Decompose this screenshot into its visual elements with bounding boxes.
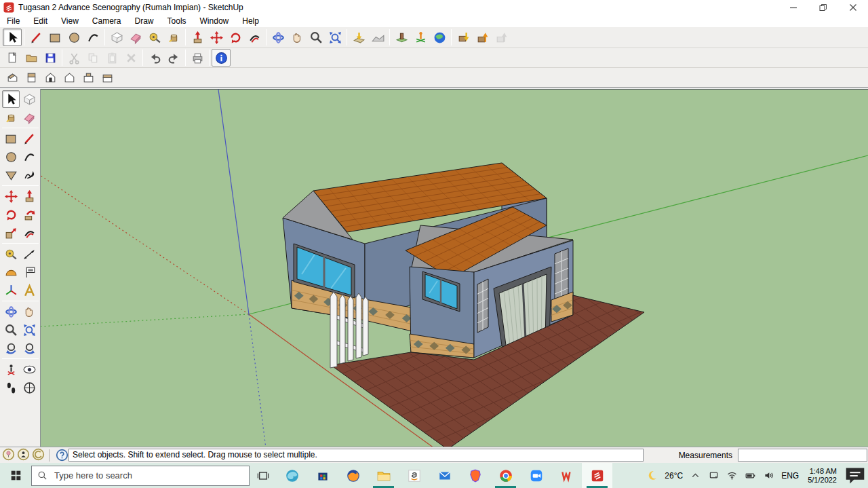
place-model-button[interactable] bbox=[411, 29, 430, 46]
menu-camera[interactable]: Camera bbox=[85, 16, 128, 26]
taskbar-app-amazon[interactable] bbox=[399, 463, 429, 488]
claim-status-icon[interactable] bbox=[32, 453, 45, 463]
arc-tool-button[interactable] bbox=[20, 148, 38, 166]
search-input[interactable] bbox=[53, 470, 243, 481]
tape-measure-button[interactable] bbox=[145, 29, 164, 46]
menu-file[interactable]: File bbox=[0, 16, 26, 26]
orbit-button[interactable] bbox=[269, 29, 288, 46]
taskbar-app-mail[interactable] bbox=[429, 463, 460, 488]
eraser-button[interactable] bbox=[126, 29, 145, 46]
zoom-extents-tool-button[interactable] bbox=[20, 321, 38, 339]
freehand-tool-button[interactable] bbox=[20, 166, 38, 184]
view-left-button[interactable] bbox=[98, 69, 117, 87]
view-front-button[interactable] bbox=[41, 69, 60, 87]
menu-window[interactable]: Window bbox=[193, 16, 236, 26]
view-iso-button[interactable] bbox=[3, 69, 22, 87]
rotate-button[interactable] bbox=[226, 29, 245, 46]
menu-draw[interactable]: Draw bbox=[128, 16, 161, 26]
zoom-tool-button[interactable] bbox=[2, 321, 20, 339]
model-info-button[interactable] bbox=[212, 49, 231, 67]
offset-button[interactable] bbox=[245, 29, 264, 46]
new-button[interactable] bbox=[3, 49, 22, 67]
circle-button[interactable] bbox=[64, 29, 83, 46]
menu-edit[interactable]: Edit bbox=[26, 16, 54, 26]
scale-tool-button[interactable] bbox=[2, 224, 20, 242]
text-tool-button[interactable] bbox=[20, 263, 38, 281]
line-button[interactable] bbox=[26, 29, 45, 46]
eraser-tool-button[interactable] bbox=[20, 109, 38, 126]
taskbar-app-microsoft-store[interactable] bbox=[307, 463, 338, 488]
zoom-next-tool-button[interactable] bbox=[20, 339, 38, 357]
3d-text-tool-button[interactable] bbox=[20, 282, 38, 299]
make-component-button[interactable] bbox=[107, 29, 126, 46]
task-view-button[interactable] bbox=[250, 463, 277, 488]
tape-measure-tool-button[interactable] bbox=[2, 245, 20, 263]
zoom-button[interactable] bbox=[307, 29, 326, 46]
measurements-input[interactable] bbox=[738, 449, 867, 462]
weather-moon-icon[interactable] bbox=[643, 463, 661, 488]
walk-tool-button[interactable] bbox=[2, 379, 20, 396]
view-top-button[interactable] bbox=[22, 69, 41, 87]
geolocation-status-icon[interactable] bbox=[2, 453, 15, 463]
menu-view[interactable]: View bbox=[54, 16, 85, 26]
print-button[interactable] bbox=[188, 49, 207, 67]
google-earth-button[interactable] bbox=[430, 29, 449, 46]
zoom-extents-button[interactable] bbox=[326, 29, 344, 46]
taskbar-app-edge[interactable] bbox=[277, 463, 307, 488]
add-location-button[interactable] bbox=[349, 29, 368, 46]
make-component-tool-button[interactable] bbox=[20, 90, 38, 108]
clock[interactable]: 1:48 AM 5/1/2022 bbox=[802, 467, 842, 485]
glass-block-pillar-left[interactable] bbox=[477, 279, 488, 333]
rectangle-button[interactable] bbox=[45, 29, 64, 46]
help-icon[interactable] bbox=[56, 449, 68, 462]
position-camera-tool-button[interactable] bbox=[2, 360, 20, 378]
toggle-terrain-button[interactable] bbox=[368, 29, 387, 46]
wifi-icon[interactable] bbox=[723, 463, 741, 488]
close-button[interactable] bbox=[838, 0, 868, 15]
tablet-icon[interactable] bbox=[705, 463, 723, 488]
notification-center-button[interactable] bbox=[842, 463, 868, 488]
rectangle-tool-button[interactable] bbox=[2, 130, 20, 147]
select-tool-button[interactable] bbox=[2, 90, 20, 108]
taskbar-app-file-explorer[interactable] bbox=[368, 463, 399, 488]
follow-me-tool-button[interactable] bbox=[20, 206, 38, 223]
menu-tools[interactable]: Tools bbox=[161, 16, 193, 26]
dimension-tool-button[interactable] bbox=[20, 245, 38, 263]
get-models-button[interactable] bbox=[454, 29, 473, 46]
minimize-button[interactable] bbox=[778, 0, 808, 15]
rotate-tool-button[interactable] bbox=[2, 206, 20, 223]
taskbar-app-sketchup-app[interactable] bbox=[582, 463, 612, 488]
menu-help[interactable]: Help bbox=[235, 16, 266, 26]
start-button[interactable] bbox=[0, 463, 31, 488]
orbit-tool-button[interactable] bbox=[2, 303, 20, 320]
model-viewport[interactable] bbox=[41, 89, 868, 447]
picket-fence[interactable] bbox=[330, 292, 368, 368]
push-pull-tool-button[interactable] bbox=[20, 187, 38, 205]
photo-textures-button[interactable] bbox=[392, 29, 411, 46]
weather-temperature[interactable]: 26°C bbox=[661, 471, 686, 481]
look-around-tool-button[interactable] bbox=[20, 360, 38, 378]
section-plane-tool-button[interactable] bbox=[20, 379, 38, 396]
move-tool-button[interactable] bbox=[2, 187, 20, 205]
undo-button[interactable] bbox=[145, 49, 164, 67]
language-indicator[interactable]: ENG bbox=[778, 471, 802, 481]
share-model-button[interactable] bbox=[473, 29, 492, 46]
protractor-tool-button[interactable] bbox=[2, 263, 20, 281]
pan-button[interactable] bbox=[288, 29, 307, 46]
view-right-button[interactable] bbox=[60, 69, 79, 87]
speaker-icon[interactable] bbox=[760, 463, 778, 488]
offset-tool-button[interactable] bbox=[20, 224, 38, 242]
taskbar-app-zoom-app[interactable] bbox=[521, 463, 551, 488]
house-model[interactable] bbox=[41, 90, 868, 447]
taskbar-app-chrome[interactable] bbox=[490, 463, 521, 488]
redo-button[interactable] bbox=[164, 49, 183, 67]
zoom-previous-tool-button[interactable] bbox=[2, 339, 20, 357]
circle-tool-button[interactable] bbox=[2, 148, 20, 166]
taskbar-app-brave[interactable] bbox=[460, 463, 490, 488]
view-back-button[interactable] bbox=[79, 69, 98, 87]
pan-tool-button[interactable] bbox=[20, 303, 38, 320]
select-button[interactable] bbox=[3, 29, 22, 46]
taskbar-app-wps-office[interactable] bbox=[551, 463, 582, 488]
taskbar-app-firefox[interactable] bbox=[338, 463, 368, 488]
taskbar-search[interactable] bbox=[31, 466, 250, 486]
